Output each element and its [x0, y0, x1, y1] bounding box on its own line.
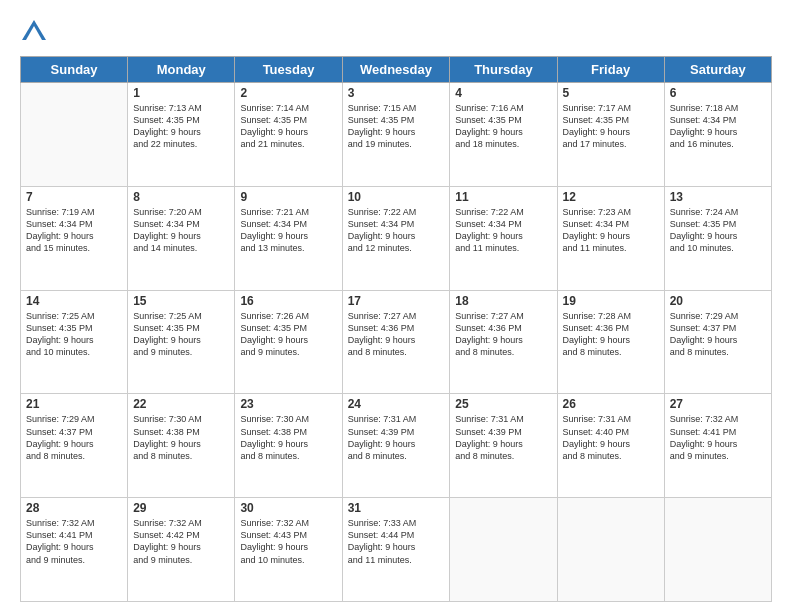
day-number: 21 [26, 397, 122, 411]
day-number: 22 [133, 397, 229, 411]
day-number: 25 [455, 397, 551, 411]
calendar-cell: 9Sunrise: 7:21 AM Sunset: 4:34 PM Daylig… [235, 186, 342, 290]
day-info: Sunrise: 7:14 AM Sunset: 4:35 PM Dayligh… [240, 102, 336, 151]
day-number: 24 [348, 397, 445, 411]
day-number: 27 [670, 397, 766, 411]
calendar-cell: 24Sunrise: 7:31 AM Sunset: 4:39 PM Dayli… [342, 394, 450, 498]
header [20, 18, 772, 46]
calendar-cell: 13Sunrise: 7:24 AM Sunset: 4:35 PM Dayli… [664, 186, 771, 290]
day-header-sunday: Sunday [21, 57, 128, 83]
calendar-cell: 20Sunrise: 7:29 AM Sunset: 4:37 PM Dayli… [664, 290, 771, 394]
day-info: Sunrise: 7:18 AM Sunset: 4:34 PM Dayligh… [670, 102, 766, 151]
calendar-cell: 17Sunrise: 7:27 AM Sunset: 4:36 PM Dayli… [342, 290, 450, 394]
day-number: 23 [240, 397, 336, 411]
calendar-cell: 18Sunrise: 7:27 AM Sunset: 4:36 PM Dayli… [450, 290, 557, 394]
calendar-cell: 3Sunrise: 7:15 AM Sunset: 4:35 PM Daylig… [342, 83, 450, 187]
day-info: Sunrise: 7:29 AM Sunset: 4:37 PM Dayligh… [26, 413, 122, 462]
day-header-saturday: Saturday [664, 57, 771, 83]
calendar-cell: 4Sunrise: 7:16 AM Sunset: 4:35 PM Daylig… [450, 83, 557, 187]
day-info: Sunrise: 7:22 AM Sunset: 4:34 PM Dayligh… [455, 206, 551, 255]
calendar-cell: 30Sunrise: 7:32 AM Sunset: 4:43 PM Dayli… [235, 498, 342, 602]
day-number: 6 [670, 86, 766, 100]
logo [20, 18, 50, 46]
calendar-cell: 29Sunrise: 7:32 AM Sunset: 4:42 PM Dayli… [128, 498, 235, 602]
day-number: 15 [133, 294, 229, 308]
calendar-cell: 14Sunrise: 7:25 AM Sunset: 4:35 PM Dayli… [21, 290, 128, 394]
day-number: 30 [240, 501, 336, 515]
day-info: Sunrise: 7:31 AM Sunset: 4:39 PM Dayligh… [348, 413, 445, 462]
calendar-cell [664, 498, 771, 602]
day-info: Sunrise: 7:17 AM Sunset: 4:35 PM Dayligh… [563, 102, 659, 151]
calendar-week-row: 14Sunrise: 7:25 AM Sunset: 4:35 PM Dayli… [21, 290, 772, 394]
day-number: 8 [133, 190, 229, 204]
calendar-cell: 27Sunrise: 7:32 AM Sunset: 4:41 PM Dayli… [664, 394, 771, 498]
calendar-cell: 5Sunrise: 7:17 AM Sunset: 4:35 PM Daylig… [557, 83, 664, 187]
day-number: 9 [240, 190, 336, 204]
day-number: 7 [26, 190, 122, 204]
day-number: 31 [348, 501, 445, 515]
day-number: 19 [563, 294, 659, 308]
calendar-week-row: 1Sunrise: 7:13 AM Sunset: 4:35 PM Daylig… [21, 83, 772, 187]
day-number: 18 [455, 294, 551, 308]
calendar-header-row: SundayMondayTuesdayWednesdayThursdayFrid… [21, 57, 772, 83]
day-number: 11 [455, 190, 551, 204]
calendar-week-row: 7Sunrise: 7:19 AM Sunset: 4:34 PM Daylig… [21, 186, 772, 290]
day-number: 29 [133, 501, 229, 515]
logo-icon [20, 18, 48, 46]
calendar-cell: 28Sunrise: 7:32 AM Sunset: 4:41 PM Dayli… [21, 498, 128, 602]
day-header-wednesday: Wednesday [342, 57, 450, 83]
day-number: 17 [348, 294, 445, 308]
day-number: 16 [240, 294, 336, 308]
calendar-cell: 2Sunrise: 7:14 AM Sunset: 4:35 PM Daylig… [235, 83, 342, 187]
calendar-cell: 22Sunrise: 7:30 AM Sunset: 4:38 PM Dayli… [128, 394, 235, 498]
day-number: 12 [563, 190, 659, 204]
day-info: Sunrise: 7:27 AM Sunset: 4:36 PM Dayligh… [455, 310, 551, 359]
day-number: 4 [455, 86, 551, 100]
day-info: Sunrise: 7:22 AM Sunset: 4:34 PM Dayligh… [348, 206, 445, 255]
day-number: 26 [563, 397, 659, 411]
day-header-tuesday: Tuesday [235, 57, 342, 83]
calendar-cell: 11Sunrise: 7:22 AM Sunset: 4:34 PM Dayli… [450, 186, 557, 290]
day-info: Sunrise: 7:25 AM Sunset: 4:35 PM Dayligh… [26, 310, 122, 359]
day-info: Sunrise: 7:32 AM Sunset: 4:42 PM Dayligh… [133, 517, 229, 566]
day-info: Sunrise: 7:31 AM Sunset: 4:39 PM Dayligh… [455, 413, 551, 462]
day-info: Sunrise: 7:30 AM Sunset: 4:38 PM Dayligh… [133, 413, 229, 462]
day-info: Sunrise: 7:27 AM Sunset: 4:36 PM Dayligh… [348, 310, 445, 359]
day-number: 5 [563, 86, 659, 100]
calendar-cell: 19Sunrise: 7:28 AM Sunset: 4:36 PM Dayli… [557, 290, 664, 394]
day-info: Sunrise: 7:24 AM Sunset: 4:35 PM Dayligh… [670, 206, 766, 255]
calendar-cell: 31Sunrise: 7:33 AM Sunset: 4:44 PM Dayli… [342, 498, 450, 602]
day-info: Sunrise: 7:21 AM Sunset: 4:34 PM Dayligh… [240, 206, 336, 255]
day-info: Sunrise: 7:32 AM Sunset: 4:43 PM Dayligh… [240, 517, 336, 566]
day-info: Sunrise: 7:33 AM Sunset: 4:44 PM Dayligh… [348, 517, 445, 566]
calendar-week-row: 28Sunrise: 7:32 AM Sunset: 4:41 PM Dayli… [21, 498, 772, 602]
day-header-friday: Friday [557, 57, 664, 83]
day-header-thursday: Thursday [450, 57, 557, 83]
day-number: 28 [26, 501, 122, 515]
day-number: 10 [348, 190, 445, 204]
day-number: 2 [240, 86, 336, 100]
day-info: Sunrise: 7:23 AM Sunset: 4:34 PM Dayligh… [563, 206, 659, 255]
day-info: Sunrise: 7:25 AM Sunset: 4:35 PM Dayligh… [133, 310, 229, 359]
calendar-cell: 15Sunrise: 7:25 AM Sunset: 4:35 PM Dayli… [128, 290, 235, 394]
calendar-cell: 23Sunrise: 7:30 AM Sunset: 4:38 PM Dayli… [235, 394, 342, 498]
calendar-cell [557, 498, 664, 602]
day-info: Sunrise: 7:30 AM Sunset: 4:38 PM Dayligh… [240, 413, 336, 462]
calendar: SundayMondayTuesdayWednesdayThursdayFrid… [20, 56, 772, 602]
calendar-cell: 26Sunrise: 7:31 AM Sunset: 4:40 PM Dayli… [557, 394, 664, 498]
calendar-cell: 1Sunrise: 7:13 AM Sunset: 4:35 PM Daylig… [128, 83, 235, 187]
calendar-cell: 8Sunrise: 7:20 AM Sunset: 4:34 PM Daylig… [128, 186, 235, 290]
day-info: Sunrise: 7:32 AM Sunset: 4:41 PM Dayligh… [670, 413, 766, 462]
calendar-cell: 16Sunrise: 7:26 AM Sunset: 4:35 PM Dayli… [235, 290, 342, 394]
calendar-cell [21, 83, 128, 187]
day-info: Sunrise: 7:16 AM Sunset: 4:35 PM Dayligh… [455, 102, 551, 151]
day-info: Sunrise: 7:32 AM Sunset: 4:41 PM Dayligh… [26, 517, 122, 566]
calendar-cell: 7Sunrise: 7:19 AM Sunset: 4:34 PM Daylig… [21, 186, 128, 290]
calendar-cell: 6Sunrise: 7:18 AM Sunset: 4:34 PM Daylig… [664, 83, 771, 187]
calendar-cell [450, 498, 557, 602]
day-number: 13 [670, 190, 766, 204]
calendar-week-row: 21Sunrise: 7:29 AM Sunset: 4:37 PM Dayli… [21, 394, 772, 498]
calendar-cell: 21Sunrise: 7:29 AM Sunset: 4:37 PM Dayli… [21, 394, 128, 498]
calendar-cell: 12Sunrise: 7:23 AM Sunset: 4:34 PM Dayli… [557, 186, 664, 290]
day-number: 20 [670, 294, 766, 308]
